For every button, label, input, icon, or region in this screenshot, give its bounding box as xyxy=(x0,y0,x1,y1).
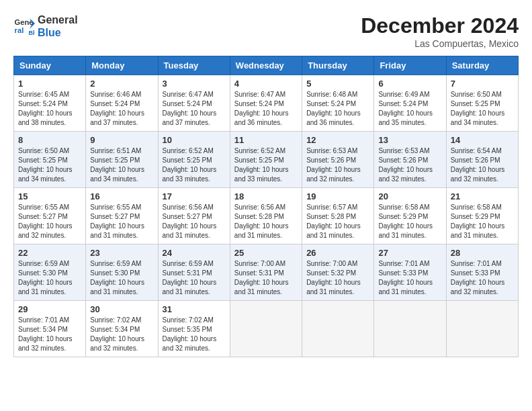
day-number: 6 xyxy=(378,79,441,89)
logo: Gene ral Blue General Blue xyxy=(13,13,78,39)
day-number: 8 xyxy=(18,135,81,145)
day-info: Sunrise: 6:55 AMSunset: 5:27 PMDaylight:… xyxy=(18,203,81,240)
day-info: Sunrise: 6:45 AMSunset: 5:24 PMDaylight:… xyxy=(18,90,81,128)
calendar-day-cell: 17 Sunrise: 6:56 AMSunset: 5:27 PMDaylig… xyxy=(158,188,230,244)
calendar-day-cell: 7 Sunrise: 6:50 AMSunset: 5:25 PMDayligh… xyxy=(446,75,518,132)
day-number: 13 xyxy=(378,135,441,145)
location: Las Compuertas, Mexico xyxy=(361,38,519,49)
day-info: Sunrise: 6:52 AMSunset: 5:25 PMDaylight:… xyxy=(234,146,298,184)
weekday-header: Tuesday xyxy=(158,56,230,75)
day-number: 22 xyxy=(18,248,81,258)
day-info: Sunrise: 6:54 AMSunset: 5:26 PMDaylight:… xyxy=(451,146,514,184)
day-number: 10 xyxy=(163,135,226,145)
day-info: Sunrise: 6:46 AMSunset: 5:24 PMDaylight:… xyxy=(90,90,153,128)
calendar-table: SundayMondayTuesdayWednesdayThursdayFrid… xyxy=(13,56,519,357)
logo-icon: Gene ral Blue xyxy=(13,15,35,37)
calendar-week-row: 15 Sunrise: 6:55 AMSunset: 5:27 PMDaylig… xyxy=(14,188,519,244)
title-block: December 2024 Las Compuertas, Mexico xyxy=(361,13,519,49)
day-info: Sunrise: 6:57 AMSunset: 5:28 PMDaylight:… xyxy=(306,203,369,240)
calendar-day-cell: 6 Sunrise: 6:49 AMSunset: 5:24 PMDayligh… xyxy=(374,75,446,132)
day-number: 23 xyxy=(90,248,153,258)
calendar-day-cell: 18 Sunrise: 6:56 AMSunset: 5:28 PMDaylig… xyxy=(230,188,302,244)
day-number: 4 xyxy=(234,79,298,89)
day-info: Sunrise: 6:50 AMSunset: 5:25 PMDaylight:… xyxy=(451,90,514,128)
day-number: 31 xyxy=(163,304,226,314)
day-info: Sunrise: 6:53 AMSunset: 5:26 PMDaylight:… xyxy=(306,146,369,184)
day-number: 18 xyxy=(234,191,298,201)
calendar-day-cell xyxy=(302,301,374,357)
day-info: Sunrise: 6:50 AMSunset: 5:25 PMDaylight:… xyxy=(18,146,81,184)
calendar-week-row: 29 Sunrise: 7:01 AMSunset: 5:34 PMDaylig… xyxy=(14,301,519,357)
page-header: Gene ral Blue General Blue December 2024… xyxy=(13,13,519,49)
day-number: 17 xyxy=(163,191,226,201)
calendar-day-cell: 12 Sunrise: 6:53 AMSunset: 5:26 PMDaylig… xyxy=(302,132,374,188)
calendar-day-cell: 8 Sunrise: 6:50 AMSunset: 5:25 PMDayligh… xyxy=(14,132,86,188)
day-number: 27 xyxy=(378,248,441,258)
day-number: 29 xyxy=(18,304,81,314)
calendar-week-row: 8 Sunrise: 6:50 AMSunset: 5:25 PMDayligh… xyxy=(14,132,519,188)
day-info: Sunrise: 6:52 AMSunset: 5:25 PMDaylight:… xyxy=(163,146,226,184)
day-number: 21 xyxy=(451,191,514,201)
day-info: Sunrise: 7:01 AMSunset: 5:33 PMDaylight:… xyxy=(451,259,514,297)
day-info: Sunrise: 6:55 AMSunset: 5:27 PMDaylight:… xyxy=(90,203,153,240)
calendar-day-cell: 10 Sunrise: 6:52 AMSunset: 5:25 PMDaylig… xyxy=(158,132,230,188)
calendar-day-cell: 2 Sunrise: 6:46 AMSunset: 5:24 PMDayligh… xyxy=(86,75,158,132)
day-number: 9 xyxy=(90,135,153,145)
calendar-day-cell: 24 Sunrise: 6:59 AMSunset: 5:31 PMDaylig… xyxy=(158,244,230,301)
day-info: Sunrise: 6:59 AMSunset: 5:30 PMDaylight:… xyxy=(90,259,153,297)
calendar-day-cell xyxy=(230,301,302,357)
day-info: Sunrise: 6:48 AMSunset: 5:24 PMDaylight:… xyxy=(306,90,369,128)
logo-text-line2: Blue xyxy=(38,26,78,39)
calendar-week-row: 22 Sunrise: 6:59 AMSunset: 5:30 PMDaylig… xyxy=(14,244,519,301)
day-info: Sunrise: 7:02 AMSunset: 5:35 PMDaylight:… xyxy=(163,316,226,353)
calendar-day-cell: 20 Sunrise: 6:58 AMSunset: 5:29 PMDaylig… xyxy=(374,188,446,244)
day-info: Sunrise: 7:00 AMSunset: 5:32 PMDaylight:… xyxy=(306,259,369,297)
calendar-day-cell: 15 Sunrise: 6:55 AMSunset: 5:27 PMDaylig… xyxy=(14,188,86,244)
calendar-day-cell: 21 Sunrise: 6:58 AMSunset: 5:29 PMDaylig… xyxy=(446,188,518,244)
svg-text:Blue: Blue xyxy=(28,30,35,36)
day-info: Sunrise: 6:59 AMSunset: 5:31 PMDaylight:… xyxy=(163,259,226,297)
day-info: Sunrise: 6:47 AMSunset: 5:24 PMDaylight:… xyxy=(163,90,226,128)
calendar-day-cell: 14 Sunrise: 6:54 AMSunset: 5:26 PMDaylig… xyxy=(446,132,518,188)
day-info: Sunrise: 6:53 AMSunset: 5:26 PMDaylight:… xyxy=(378,146,441,184)
day-info: Sunrise: 7:01 AMSunset: 5:34 PMDaylight:… xyxy=(18,316,81,353)
day-number: 5 xyxy=(306,79,369,89)
day-info: Sunrise: 6:56 AMSunset: 5:28 PMDaylight:… xyxy=(234,203,298,240)
calendar-day-cell: 28 Sunrise: 7:01 AMSunset: 5:33 PMDaylig… xyxy=(446,244,518,301)
logo-text-line1: General xyxy=(38,13,78,26)
day-info: Sunrise: 6:56 AMSunset: 5:27 PMDaylight:… xyxy=(163,203,226,240)
day-number: 14 xyxy=(451,135,514,145)
calendar-day-cell: 4 Sunrise: 6:47 AMSunset: 5:24 PMDayligh… xyxy=(230,75,302,132)
calendar-day-cell: 26 Sunrise: 7:00 AMSunset: 5:32 PMDaylig… xyxy=(302,244,374,301)
calendar-day-cell: 23 Sunrise: 6:59 AMSunset: 5:30 PMDaylig… xyxy=(86,244,158,301)
day-info: Sunrise: 6:49 AMSunset: 5:24 PMDaylight:… xyxy=(378,90,441,128)
day-info: Sunrise: 6:58 AMSunset: 5:29 PMDaylight:… xyxy=(451,203,514,240)
month-title: December 2024 xyxy=(361,13,519,38)
calendar-day-cell: 9 Sunrise: 6:51 AMSunset: 5:25 PMDayligh… xyxy=(86,132,158,188)
weekday-header: Wednesday xyxy=(230,56,302,75)
day-number: 15 xyxy=(18,191,81,201)
day-info: Sunrise: 7:01 AMSunset: 5:33 PMDaylight:… xyxy=(378,259,441,297)
calendar-day-cell: 25 Sunrise: 7:00 AMSunset: 5:31 PMDaylig… xyxy=(230,244,302,301)
day-number: 25 xyxy=(234,248,298,258)
calendar-header-row: SundayMondayTuesdayWednesdayThursdayFrid… xyxy=(14,56,519,75)
day-number: 3 xyxy=(163,79,226,89)
calendar-day-cell: 13 Sunrise: 6:53 AMSunset: 5:26 PMDaylig… xyxy=(374,132,446,188)
day-info: Sunrise: 6:47 AMSunset: 5:24 PMDaylight:… xyxy=(234,90,298,128)
calendar-day-cell: 27 Sunrise: 7:01 AMSunset: 5:33 PMDaylig… xyxy=(374,244,446,301)
calendar-day-cell: 11 Sunrise: 6:52 AMSunset: 5:25 PMDaylig… xyxy=(230,132,302,188)
calendar-day-cell: 5 Sunrise: 6:48 AMSunset: 5:24 PMDayligh… xyxy=(302,75,374,132)
day-number: 26 xyxy=(306,248,369,258)
calendar-day-cell: 31 Sunrise: 7:02 AMSunset: 5:35 PMDaylig… xyxy=(158,301,230,357)
calendar-day-cell: 16 Sunrise: 6:55 AMSunset: 5:27 PMDaylig… xyxy=(86,188,158,244)
calendar-day-cell xyxy=(374,301,446,357)
day-info: Sunrise: 6:58 AMSunset: 5:29 PMDaylight:… xyxy=(378,203,441,240)
day-number: 28 xyxy=(451,248,514,258)
day-number: 11 xyxy=(234,135,298,145)
day-number: 16 xyxy=(90,191,153,201)
weekday-header: Monday xyxy=(86,56,158,75)
svg-text:ral: ral xyxy=(15,26,24,34)
day-number: 1 xyxy=(18,79,81,89)
day-info: Sunrise: 7:02 AMSunset: 5:34 PMDaylight:… xyxy=(90,316,153,353)
calendar-week-row: 1 Sunrise: 6:45 AMSunset: 5:24 PMDayligh… xyxy=(14,75,519,132)
